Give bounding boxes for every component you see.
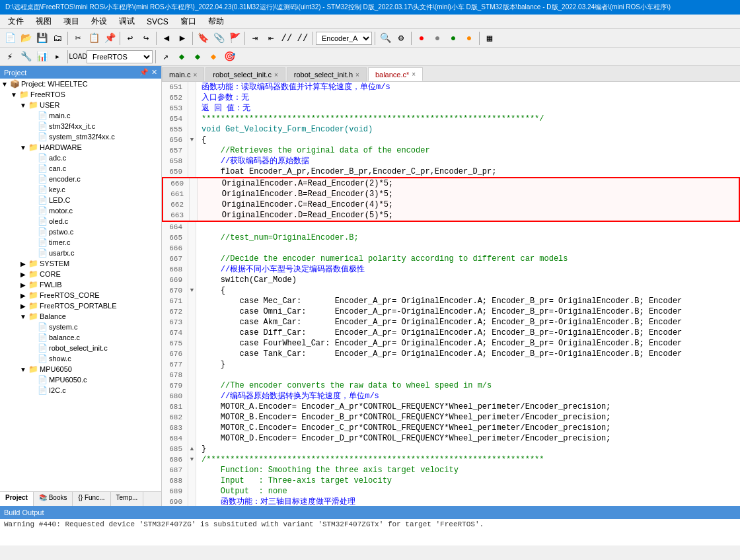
tree-item-show-c[interactable]: 📄show.c xyxy=(0,353,161,364)
line-content-663[interactable]: OriginalEncoder.D=Read_Encoder(5)*5; xyxy=(198,210,739,221)
line-content-680[interactable]: //编码器原始数据转换为车轮速度，单位m/s xyxy=(196,391,740,402)
line-content-683[interactable]: MOTOR_C.Encoder= Encoder_C_pr*CONTROL_FR… xyxy=(196,423,740,433)
tb-back[interactable]: ◀ xyxy=(159,31,174,46)
freertos-dropdown[interactable]: FreeRTOS xyxy=(87,50,153,63)
line-content-667[interactable]: //Decide the encoder numerical polarity … xyxy=(196,254,740,264)
line-content-679[interactable]: //The encoder converts the raw data to w… xyxy=(196,380,740,391)
line-content-684[interactable]: MOTOR_D.Encoder= Encoder_D_pr*CONTROL_FR… xyxy=(196,433,740,444)
line-content-690[interactable]: 函数功能：对三轴目标速度做平滑处理 xyxy=(196,497,740,506)
tree-item-system-c[interactable]: 📄system.c xyxy=(0,322,161,332)
line-content-652[interactable]: 入口参数：无 xyxy=(196,92,740,103)
tree-item-i2c-c[interactable]: 📄I2C.c xyxy=(0,385,161,396)
tree-item-fwlib[interactable]: ▶📁FWLIB xyxy=(0,279,161,290)
line-content-662[interactable]: OriginalEncoder.C=Read_Encoder(4)*5; xyxy=(198,199,739,210)
tb2-diamond[interactable]: ◆ xyxy=(174,50,189,64)
line-content-664[interactable] xyxy=(196,222,740,232)
line-content-685[interactable]: } xyxy=(196,444,740,454)
tree-item-led-c[interactable]: 📄LED.C xyxy=(0,195,161,205)
tab-balance-c[interactable]: balance.c* × xyxy=(368,67,423,81)
tree-item-motor-c[interactable]: 📄motor.c xyxy=(0,205,161,216)
line-content-681[interactable]: MOTOR_A.Encoder= Encoder_A_pr*CONTROL_FR… xyxy=(196,402,740,412)
tree-item-encoder-c[interactable]: 📄encoder.c xyxy=(0,174,161,184)
tb-undo[interactable]: ↩ xyxy=(123,31,137,46)
line-content-686[interactable]: /***************************************… xyxy=(196,454,740,465)
line-content-676[interactable]: case Tank_Car: Encoder_A_pr= OriginalEnc… xyxy=(196,349,740,359)
proj-tab-func[interactable]: {} Func... xyxy=(73,492,110,506)
tree-item-pstwo-c[interactable]: 📄pstwo.c xyxy=(0,227,161,237)
menu-debug[interactable]: 调试 xyxy=(114,15,140,28)
tb-paste[interactable]: 📌 xyxy=(102,31,117,46)
proj-tab-temp[interactable]: Temp... xyxy=(111,492,144,506)
tree-item-stm32f4xx-it[interactable]: 📄stm32f4xx_it.c xyxy=(0,121,161,131)
tb2-load[interactable]: LOAD xyxy=(71,50,85,64)
line-content-661[interactable]: OriginalEncoder.B=Read_Encoder(3)*5; xyxy=(198,189,739,199)
tree-item-freertos[interactable]: ▼📁FreeRTOS xyxy=(0,89,161,100)
line-content-657[interactable]: //Retrieves the original data of the enc… xyxy=(196,145,740,156)
tab-robot-h-close[interactable]: × xyxy=(355,71,359,79)
project-close[interactable]: ✕ xyxy=(151,68,157,77)
tb2-icon2[interactable]: 🔧 xyxy=(18,50,33,64)
tb2-green1[interactable]: ◆ xyxy=(190,50,205,64)
tb2-target[interactable]: 🎯 xyxy=(222,50,237,64)
tree-item-mpu6050-folder[interactable]: ▼📁MPU6050 xyxy=(0,364,161,374)
tab-main-c[interactable]: main.c × xyxy=(162,67,204,81)
tb-indent[interactable]: ⇥ xyxy=(248,31,262,46)
line-content-660[interactable]: OriginalEncoder.A=Read_Encoder(2)*5; xyxy=(198,178,739,189)
line-content-673[interactable]: case Akm_Car: Encoder_A_pr= OriginalEnco… xyxy=(196,317,740,328)
tree-item-can-c[interactable]: 📄can.c xyxy=(0,163,161,174)
tb-copy[interactable]: 📋 xyxy=(87,31,101,46)
line-content-656[interactable]: { xyxy=(196,135,740,145)
code-content[interactable]: 651函数功能：读取编码器数值并计算车轮速度，单位m/s652入口参数：无653… xyxy=(162,82,740,506)
tb-forward[interactable]: ▶ xyxy=(175,31,190,46)
tb2-icon1[interactable]: ⚡ xyxy=(3,50,17,64)
tb-new[interactable]: 📄 xyxy=(3,31,17,46)
line-content-674[interactable]: case Diff_Car: Encoder_A_pr= OriginalEnc… xyxy=(196,328,740,338)
tab-robot-c-close[interactable]: × xyxy=(274,71,278,79)
tree-item-timer-c[interactable]: 📄timer.c xyxy=(0,237,161,248)
menu-peripheral[interactable]: 外设 xyxy=(86,15,112,28)
tree-item-system[interactable]: ▶📁SYSTEM xyxy=(0,258,161,269)
tree-item-robot-select-init[interactable]: 📄robot_select_init.c xyxy=(0,343,161,353)
menu-window[interactable]: 窗口 xyxy=(175,15,202,28)
menu-svcs[interactable]: SVCS xyxy=(141,16,174,28)
line-content-668[interactable]: //根据不同小车型号决定编码器数值极性 xyxy=(196,264,740,275)
tb2-icon3[interactable]: 📊 xyxy=(34,50,49,64)
tb-open[interactable]: 📂 xyxy=(18,31,33,46)
line-content-666[interactable] xyxy=(196,243,740,254)
line-content-678[interactable] xyxy=(196,370,740,380)
line-content-654[interactable]: ****************************************… xyxy=(196,114,740,124)
menu-view[interactable]: 视图 xyxy=(30,15,57,28)
line-content-669[interactable]: switch(Car_Mode) xyxy=(196,275,740,285)
line-content-682[interactable]: MOTOR_B.Encoder= Encoder_B_pr*CONTROL_FR… xyxy=(196,412,740,423)
tb-flag[interactable]: 🚩 xyxy=(227,31,242,46)
tb2-icon4[interactable]: ▸ xyxy=(50,50,65,64)
tb-run[interactable]: ● xyxy=(462,31,476,46)
tree-item-hardware[interactable]: ▼📁HARDWARE xyxy=(0,142,161,153)
line-content-659[interactable]: float Encoder_A_pr,Encoder_B_pr,Encoder_… xyxy=(196,166,740,177)
tree-item-proj-wheeltec[interactable]: ▼📦Project: WHEELTEC xyxy=(0,79,161,89)
tb-debug[interactable]: ● xyxy=(446,31,461,46)
project-pin[interactable]: 📌 xyxy=(139,68,149,77)
menu-help[interactable]: 帮助 xyxy=(203,15,229,28)
tb-save-all[interactable]: 🗂 xyxy=(50,31,65,46)
tree-item-usartx-c[interactable]: 📄usartx.c xyxy=(0,248,161,258)
line-content-687[interactable]: Function: Smoothing the three axis targe… xyxy=(196,465,740,475)
line-content-675[interactable]: case FourWheel_Car: Encoder_A_pr= Origin… xyxy=(196,338,740,349)
tree-item-key-c[interactable]: 📄key.c xyxy=(0,184,161,195)
tb-unindent[interactable]: ⇤ xyxy=(264,31,278,46)
tab-balance-c-close[interactable]: × xyxy=(412,71,416,78)
tb-grid[interactable]: ▦ xyxy=(482,31,497,46)
tree-item-balance-c[interactable]: 📄balance.c xyxy=(0,332,161,343)
proj-tab-project[interactable]: Project xyxy=(0,492,34,506)
tree-item-balance-folder[interactable]: ▼📁Balance xyxy=(0,311,161,322)
encoder-dropdown[interactable]: Encoder_A xyxy=(316,32,372,45)
line-content-653[interactable]: 返 回 值：无 xyxy=(196,103,740,114)
line-content-658[interactable]: //获取编码器的原始数据 xyxy=(196,156,740,166)
tb-search[interactable]: 🔍 xyxy=(378,31,392,46)
tb-build[interactable]: ● xyxy=(414,31,429,46)
line-content-670[interactable]: { xyxy=(196,285,740,296)
tab-robot-select-init-h[interactable]: robot_select_init.h × xyxy=(287,67,367,81)
tree-item-freertos-core[interactable]: ▶📁FreeRTOS_CORE xyxy=(0,290,161,300)
tree-item-core[interactable]: ▶📁CORE xyxy=(0,269,161,279)
tree-item-system-stm32[interactable]: 📄system_stm32f4xx.c xyxy=(0,131,161,142)
